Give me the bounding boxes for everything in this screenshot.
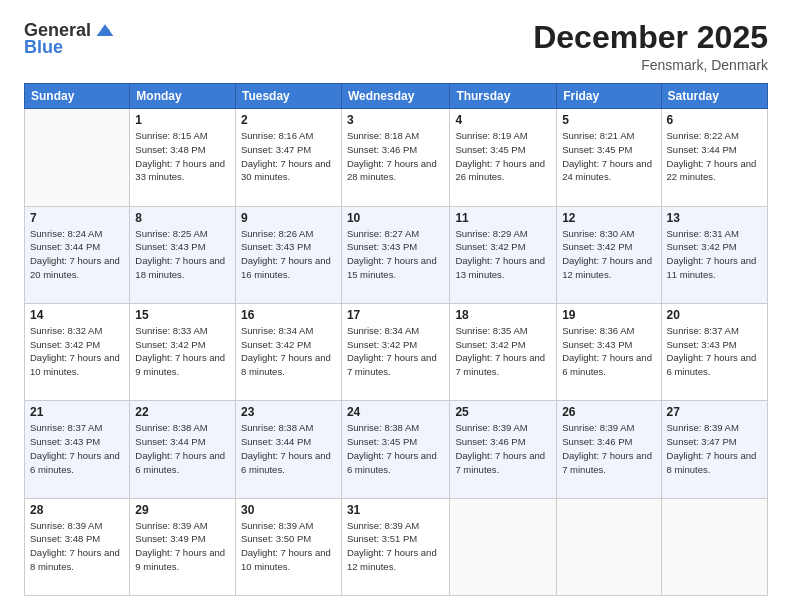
day-info: Sunrise: 8:25 AMSunset: 3:43 PMDaylight:… — [135, 227, 230, 282]
day-number: 2 — [241, 113, 336, 127]
day-info: Sunrise: 8:39 AMSunset: 3:51 PMDaylight:… — [347, 519, 444, 574]
day-number: 11 — [455, 211, 551, 225]
day-info: Sunrise: 8:34 AMSunset: 3:42 PMDaylight:… — [347, 324, 444, 379]
calendar-cell: 13Sunrise: 8:31 AMSunset: 3:42 PMDayligh… — [661, 206, 767, 303]
logo: General Blue — [24, 20, 115, 58]
calendar-cell: 2Sunrise: 8:16 AMSunset: 3:47 PMDaylight… — [235, 109, 341, 206]
calendar-cell: 1Sunrise: 8:15 AMSunset: 3:48 PMDaylight… — [130, 109, 236, 206]
day-number: 14 — [30, 308, 124, 322]
day-number: 30 — [241, 503, 336, 517]
calendar-cell: 14Sunrise: 8:32 AMSunset: 3:42 PMDayligh… — [25, 303, 130, 400]
day-number: 13 — [667, 211, 762, 225]
day-info: Sunrise: 8:27 AMSunset: 3:43 PMDaylight:… — [347, 227, 444, 282]
calendar-cell: 18Sunrise: 8:35 AMSunset: 3:42 PMDayligh… — [450, 303, 557, 400]
day-number: 18 — [455, 308, 551, 322]
day-info: Sunrise: 8:18 AMSunset: 3:46 PMDaylight:… — [347, 129, 444, 184]
day-info: Sunrise: 8:16 AMSunset: 3:47 PMDaylight:… — [241, 129, 336, 184]
day-info: Sunrise: 8:38 AMSunset: 3:44 PMDaylight:… — [241, 421, 336, 476]
location: Fensmark, Denmark — [533, 57, 768, 73]
weekday-header: Monday — [130, 84, 236, 109]
day-number: 31 — [347, 503, 444, 517]
day-number: 19 — [562, 308, 655, 322]
day-info: Sunrise: 8:19 AMSunset: 3:45 PMDaylight:… — [455, 129, 551, 184]
day-info: Sunrise: 8:34 AMSunset: 3:42 PMDaylight:… — [241, 324, 336, 379]
day-number: 10 — [347, 211, 444, 225]
day-info: Sunrise: 8:39 AMSunset: 3:46 PMDaylight:… — [455, 421, 551, 476]
calendar-cell: 8Sunrise: 8:25 AMSunset: 3:43 PMDaylight… — [130, 206, 236, 303]
day-number: 29 — [135, 503, 230, 517]
calendar-cell: 27Sunrise: 8:39 AMSunset: 3:47 PMDayligh… — [661, 401, 767, 498]
day-number: 7 — [30, 211, 124, 225]
calendar-cell: 19Sunrise: 8:36 AMSunset: 3:43 PMDayligh… — [557, 303, 661, 400]
day-number: 16 — [241, 308, 336, 322]
day-number: 27 — [667, 405, 762, 419]
weekday-header: Tuesday — [235, 84, 341, 109]
day-info: Sunrise: 8:37 AMSunset: 3:43 PMDaylight:… — [667, 324, 762, 379]
logo-blue: Blue — [24, 37, 63, 58]
day-info: Sunrise: 8:38 AMSunset: 3:45 PMDaylight:… — [347, 421, 444, 476]
day-info: Sunrise: 8:37 AMSunset: 3:43 PMDaylight:… — [30, 421, 124, 476]
day-info: Sunrise: 8:39 AMSunset: 3:46 PMDaylight:… — [562, 421, 655, 476]
day-number: 24 — [347, 405, 444, 419]
day-info: Sunrise: 8:29 AMSunset: 3:42 PMDaylight:… — [455, 227, 551, 282]
calendar-cell: 28Sunrise: 8:39 AMSunset: 3:48 PMDayligh… — [25, 498, 130, 595]
calendar-cell: 20Sunrise: 8:37 AMSunset: 3:43 PMDayligh… — [661, 303, 767, 400]
day-number: 28 — [30, 503, 124, 517]
weekday-header: Friday — [557, 84, 661, 109]
day-info: Sunrise: 8:15 AMSunset: 3:48 PMDaylight:… — [135, 129, 230, 184]
calendar-cell: 17Sunrise: 8:34 AMSunset: 3:42 PMDayligh… — [341, 303, 449, 400]
day-number: 5 — [562, 113, 655, 127]
calendar-cell: 30Sunrise: 8:39 AMSunset: 3:50 PMDayligh… — [235, 498, 341, 595]
day-number: 25 — [455, 405, 551, 419]
title-block: December 2025 Fensmark, Denmark — [533, 20, 768, 73]
calendar-cell — [557, 498, 661, 595]
day-number: 1 — [135, 113, 230, 127]
day-number: 23 — [241, 405, 336, 419]
calendar-cell: 7Sunrise: 8:24 AMSunset: 3:44 PMDaylight… — [25, 206, 130, 303]
day-number: 12 — [562, 211, 655, 225]
weekday-header: Saturday — [661, 84, 767, 109]
day-info: Sunrise: 8:39 AMSunset: 3:49 PMDaylight:… — [135, 519, 230, 574]
calendar-cell: 6Sunrise: 8:22 AMSunset: 3:44 PMDaylight… — [661, 109, 767, 206]
day-number: 8 — [135, 211, 230, 225]
day-number: 26 — [562, 405, 655, 419]
day-info: Sunrise: 8:39 AMSunset: 3:47 PMDaylight:… — [667, 421, 762, 476]
weekday-header: Wednesday — [341, 84, 449, 109]
day-number: 6 — [667, 113, 762, 127]
weekday-header: Sunday — [25, 84, 130, 109]
calendar-cell: 16Sunrise: 8:34 AMSunset: 3:42 PMDayligh… — [235, 303, 341, 400]
day-number: 4 — [455, 113, 551, 127]
day-info: Sunrise: 8:38 AMSunset: 3:44 PMDaylight:… — [135, 421, 230, 476]
calendar-cell: 5Sunrise: 8:21 AMSunset: 3:45 PMDaylight… — [557, 109, 661, 206]
month-title: December 2025 — [533, 20, 768, 55]
calendar-cell: 4Sunrise: 8:19 AMSunset: 3:45 PMDaylight… — [450, 109, 557, 206]
day-info: Sunrise: 8:31 AMSunset: 3:42 PMDaylight:… — [667, 227, 762, 282]
calendar-cell: 15Sunrise: 8:33 AMSunset: 3:42 PMDayligh… — [130, 303, 236, 400]
day-number: 21 — [30, 405, 124, 419]
calendar-cell: 11Sunrise: 8:29 AMSunset: 3:42 PMDayligh… — [450, 206, 557, 303]
day-info: Sunrise: 8:39 AMSunset: 3:50 PMDaylight:… — [241, 519, 336, 574]
day-number: 17 — [347, 308, 444, 322]
day-number: 15 — [135, 308, 230, 322]
calendar-cell: 3Sunrise: 8:18 AMSunset: 3:46 PMDaylight… — [341, 109, 449, 206]
calendar-cell — [25, 109, 130, 206]
calendar-table: SundayMondayTuesdayWednesdayThursdayFrid… — [24, 83, 768, 596]
day-info: Sunrise: 8:24 AMSunset: 3:44 PMDaylight:… — [30, 227, 124, 282]
day-info: Sunrise: 8:36 AMSunset: 3:43 PMDaylight:… — [562, 324, 655, 379]
calendar-cell: 29Sunrise: 8:39 AMSunset: 3:49 PMDayligh… — [130, 498, 236, 595]
calendar-cell — [450, 498, 557, 595]
day-info: Sunrise: 8:21 AMSunset: 3:45 PMDaylight:… — [562, 129, 655, 184]
calendar-cell: 21Sunrise: 8:37 AMSunset: 3:43 PMDayligh… — [25, 401, 130, 498]
day-info: Sunrise: 8:39 AMSunset: 3:48 PMDaylight:… — [30, 519, 124, 574]
weekday-header: Thursday — [450, 84, 557, 109]
day-info: Sunrise: 8:33 AMSunset: 3:42 PMDaylight:… — [135, 324, 230, 379]
calendar-cell: 12Sunrise: 8:30 AMSunset: 3:42 PMDayligh… — [557, 206, 661, 303]
header: General Blue December 2025 Fensmark, Den… — [24, 20, 768, 73]
day-info: Sunrise: 8:32 AMSunset: 3:42 PMDaylight:… — [30, 324, 124, 379]
page: General Blue December 2025 Fensmark, Den… — [0, 0, 792, 612]
calendar-cell — [661, 498, 767, 595]
day-number: 22 — [135, 405, 230, 419]
calendar-cell: 22Sunrise: 8:38 AMSunset: 3:44 PMDayligh… — [130, 401, 236, 498]
calendar-cell: 10Sunrise: 8:27 AMSunset: 3:43 PMDayligh… — [341, 206, 449, 303]
day-number: 9 — [241, 211, 336, 225]
